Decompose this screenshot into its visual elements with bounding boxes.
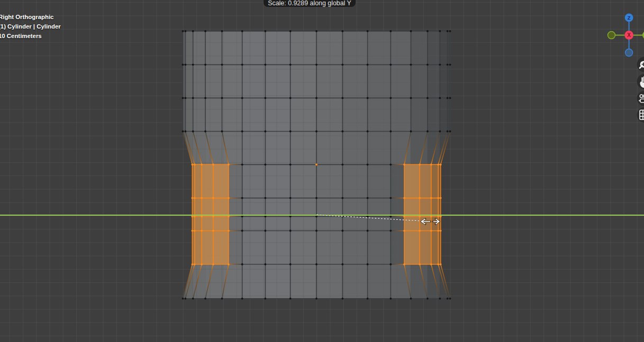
svg-text:X: X [627,32,631,38]
svg-text:Z: Z [628,15,631,21]
